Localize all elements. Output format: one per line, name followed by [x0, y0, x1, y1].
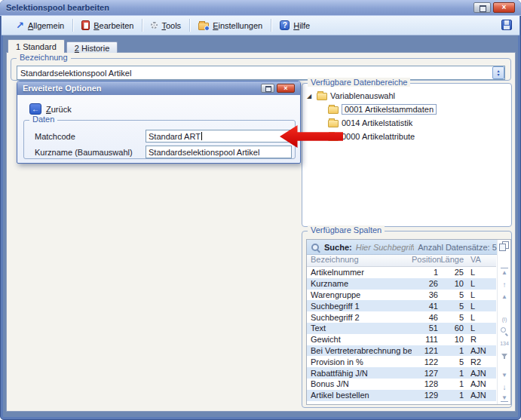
cell-va: L	[466, 302, 496, 311]
spinner-icon[interactable]: ▴▾	[492, 66, 504, 79]
dialog-titlebar[interactable]: Erweiterte Optionen ×	[17, 81, 300, 95]
dialog-close-icon[interactable]: ×	[277, 84, 295, 93]
folder-icon	[317, 93, 327, 100]
grid-body: Artikelnummer125LKurzname2610LWarengrupp…	[307, 267, 496, 401]
cell-position: 36	[412, 290, 440, 299]
cell-bezeichnung: Warengruppe	[307, 290, 412, 299]
expander-icon[interactable]: ◢	[307, 93, 314, 100]
titlebar[interactable]: Selektionspool bearbeiten ×	[0, 0, 521, 16]
record-count-icon[interactable]: 134	[498, 338, 510, 348]
cell-laenge: 10	[440, 279, 466, 288]
cell-position: 51	[412, 323, 440, 333]
cell-position: 128	[412, 379, 440, 388]
cell-laenge: 1	[440, 346, 466, 355]
search-placeholder[interactable]: Hier Suchbegriff eing	[356, 243, 415, 252]
cell-position: 26	[412, 279, 440, 288]
copy-icon[interactable]	[499, 241, 508, 250]
table-row[interactable]: Artikel bestellen1291AJN	[307, 390, 496, 401]
window-title: Selektionspool bearbeiten	[6, 3, 109, 12]
column-header-position[interactable]: Position	[412, 255, 440, 266]
table-row[interactable]: Warengruppe365L	[307, 290, 496, 301]
tab-2-historie[interactable]: 2 Historie	[66, 41, 118, 53]
restore-icon[interactable]	[473, 2, 491, 13]
table-row[interactable]: Artikelnummer125L	[307, 267, 496, 278]
tab-1-standard[interactable]: 1 Standard	[8, 39, 65, 53]
toolbar-button-tools[interactable]: Tools	[144, 20, 188, 32]
tree-node-0001-artikelstammdaten[interactable]: 0001 Artikelstammdaten	[328, 103, 437, 115]
tree-node-variablenauswahl[interactable]: ◢ Variablenauswahl	[307, 90, 395, 102]
close-icon[interactable]: ×	[493, 2, 515, 13]
dialog-restore-icon[interactable]	[261, 84, 274, 93]
tree-node-0014-artikelstatistik[interactable]: 0014 Artikelstatistik	[328, 117, 412, 129]
save-button[interactable]	[501, 20, 512, 32]
cell-va: AJN	[466, 379, 496, 388]
toolbar-button-einstellungen[interactable]: Einstellungen	[192, 19, 269, 32]
kurzname-field[interactable]: Standardselektionspool Artikel	[146, 146, 292, 158]
filter-icon[interactable]	[498, 350, 510, 360]
application-window: Selektionspool bearbeiten × ↗AllgemeinBe…	[0, 0, 521, 420]
table-row[interactable]: Text5160L	[307, 323, 496, 334]
move-up-icon[interactable]: ↑	[498, 279, 510, 290]
cell-va: L	[466, 323, 496, 333]
table-row[interactable]: Suchbegriff 1415L	[307, 300, 496, 311]
cell-laenge: 5	[440, 357, 466, 366]
toolbar-separator	[142, 19, 143, 32]
back-button[interactable]: ← Zurück	[25, 103, 76, 115]
page-up-icon[interactable]: ▲	[498, 291, 510, 302]
table-row[interactable]: Gewicht11110R	[307, 334, 496, 345]
toolbar-button-label: Hilfe	[293, 21, 310, 30]
spalten-group: Verfügbare Spalten Suche: Hier Suchbegri…	[302, 231, 512, 408]
matchcode-field[interactable]: Standard ART	[146, 130, 292, 143]
cell-bezeichnung: Artikelnummer	[307, 268, 412, 277]
column-header-laenge[interactable]: Länge	[440, 255, 466, 266]
cell-laenge: 1	[440, 391, 466, 400]
toolbar-button-bearbeiten[interactable]: Bearbeiten	[75, 19, 140, 32]
search-bar[interactable]: Suche: Hier Suchbegriff eing Anzahl Date…	[307, 240, 510, 255]
record-count-label: Anzahl Datensätze: 597	[418, 243, 506, 252]
cell-va: L	[466, 313, 496, 322]
cell-bezeichnung: Bei Vertreterabrechnung berücksichtige	[307, 346, 412, 355]
cell-bezeichnung: Bonus J/N	[307, 379, 412, 388]
search-icon[interactable]	[498, 326, 510, 336]
page-down-icon[interactable]: ▼	[498, 369, 510, 380]
table-row[interactable]: Suchbegriff 2465L	[307, 311, 496, 323]
column-info-icon[interactable]: (I)	[498, 314, 510, 324]
tools-icon	[151, 22, 158, 29]
cell-va: AJN	[466, 391, 496, 400]
table-row[interactable]: Kurzname2610L	[307, 278, 496, 290]
spalten-group-label: Verfügbare Spalten	[308, 225, 385, 235]
cell-position: 121	[412, 346, 440, 355]
tree-node-label: Variablenauswahl	[330, 91, 395, 100]
move-down-icon[interactable]: ↓	[498, 382, 510, 392]
table-row[interactable]: Bonus J/N1281AJN	[307, 379, 496, 390]
grid-side-toolbar: ↑▲(I)134▼↓	[497, 240, 510, 404]
table-row[interactable]: Rabattfähig J/N1271AJN	[307, 367, 496, 379]
cell-laenge: 10	[440, 335, 466, 344]
scroll-to-bottom-icon[interactable]	[498, 392, 510, 403]
cell-bezeichnung: Rabattfähig J/N	[307, 369, 412, 378]
cell-bezeichnung: Provision in %	[307, 357, 412, 366]
column-header-va[interactable]: VA	[466, 255, 496, 266]
toolbar-button-hilfe[interactable]: Hilfe	[273, 19, 317, 32]
grid-header: Bezeichnung Position Länge VA	[307, 255, 496, 267]
column-header-bezeichnung[interactable]: Bezeichnung	[307, 255, 412, 266]
cell-position: 129	[412, 391, 440, 400]
table-row[interactable]: Bei Vertreterabrechnung berücksichtige12…	[307, 345, 496, 357]
cell-bezeichnung: Gewicht	[307, 335, 412, 344]
cell-position: 127	[412, 369, 440, 378]
cell-va: L	[466, 279, 496, 288]
bezeichnung-combobox[interactable]: Standardselektionspool Artikel ▴▾	[17, 66, 505, 80]
cell-laenge: 25	[440, 268, 466, 277]
cell-position: 41	[412, 302, 440, 311]
datenbereiche-group: Verfügbare Datenbereiche ◢ Variablenausw…	[302, 83, 512, 227]
cell-laenge: 5	[440, 313, 466, 322]
folder-icon	[328, 106, 339, 114]
toolbar-button-allgemein[interactable]: ↗Allgemein	[9, 19, 71, 32]
bearbeiten-icon	[81, 20, 90, 30]
table-row[interactable]: Provision in %1225R2	[307, 356, 496, 367]
tree-node-label: 0014 Artikelstatistik	[342, 118, 412, 127]
daten-group-label: Daten	[29, 115, 57, 124]
cell-position: 46	[412, 313, 440, 322]
scroll-to-top-icon[interactable]	[498, 267, 510, 277]
back-arrow-icon: ←	[29, 103, 41, 115]
